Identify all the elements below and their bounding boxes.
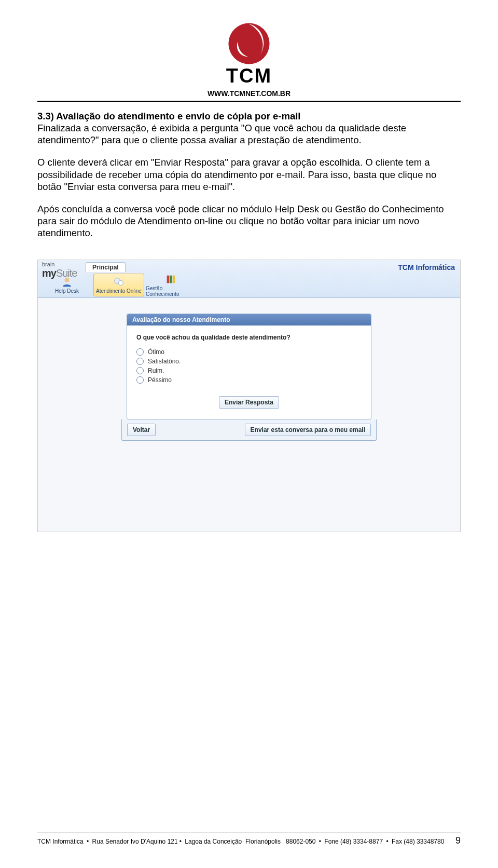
ribbon-help-desk[interactable]: Help Desk — [42, 274, 92, 296]
enviar-conversa-email-button[interactable]: Enviar esta conversa para o meu email — [245, 424, 371, 436]
option-otimo[interactable]: Ótimo — [136, 348, 362, 356]
radio-icon — [136, 358, 144, 365]
svg-point-2 — [64, 278, 69, 282]
ribbon-label: Help Desk — [55, 288, 79, 294]
ribbon-gestao-conhecimento[interactable]: Gestão Conhecimento — [145, 274, 196, 296]
header-divider — [37, 101, 461, 102]
footer-address: Rua Senador Ivo D'Aquino 121 — [92, 838, 178, 845]
tab-principal[interactable]: Principal — [86, 262, 126, 272]
option-pessimo[interactable]: Péssimo — [136, 376, 362, 384]
option-ruim[interactable]: Ruim. — [136, 367, 362, 374]
enviar-resposta-button[interactable]: Enviar Resposta — [219, 396, 279, 409]
footer-city: Florianópolis — [245, 838, 281, 845]
svg-rect-7 — [173, 275, 175, 283]
option-label: Ótimo — [148, 348, 164, 356]
tcm-logo-text: TCM — [226, 65, 272, 87]
footer-zip: 88062-050 — [286, 838, 315, 845]
svg-rect-6 — [170, 275, 172, 283]
ribbon-label: Atendimento Online — [96, 288, 142, 294]
dialog-title: Avaliação do nosso Atendimento — [127, 314, 371, 326]
app-screenshot: brain mySuite Principal TCM Informática … — [37, 260, 461, 532]
brand-tcm-right: TCM Informática — [398, 263, 455, 272]
page-number: 9 — [455, 835, 461, 846]
evaluation-question: O que você achou da qualidade deste aten… — [136, 334, 362, 341]
tcm-logo: TCM — [220, 15, 278, 87]
footer-district: Lagoa da Conceição — [185, 838, 242, 845]
option-label: Ruim. — [148, 367, 164, 374]
option-satisfatorio[interactable]: Satisfatório. — [136, 358, 362, 365]
chat-bubbles-icon — [113, 276, 125, 288]
footer-divider — [37, 833, 461, 833]
svg-point-4 — [118, 280, 123, 285]
paragraph-1: Finalizada a conversação, é exibida a pe… — [37, 123, 406, 145]
radio-icon — [136, 367, 144, 374]
paragraph-2: O cliente deverá clicar em "Enviar Respo… — [37, 156, 461, 192]
help-desk-icon — [61, 276, 73, 288]
page-footer: TCM Informática • Rua Senador Ivo D'Aqui… — [37, 833, 461, 846]
footer-company: TCM Informática — [37, 838, 84, 845]
footer-phone: Fone (48) 3334-8877 — [324, 838, 383, 845]
brand-small: brain — [42, 261, 54, 267]
radio-icon — [136, 348, 144, 356]
svg-rect-5 — [167, 275, 170, 283]
ribbon-label: Gestão Conhecimento — [146, 286, 196, 297]
header-url: WWW.TCMNET.COM.BR — [208, 89, 290, 98]
dialog-bottom-bar: Voltar Enviar esta conversa para o meu e… — [121, 419, 377, 441]
option-label: Satisfatório. — [148, 358, 181, 365]
evaluation-dialog: Avaliação do nosso Atendimento O que voc… — [127, 314, 371, 419]
tcm-logo-mark-icon — [226, 20, 272, 67]
books-icon — [165, 274, 176, 285]
ribbon-atendimento-online[interactable]: Atendimento Online — [93, 274, 144, 296]
radio-icon — [136, 376, 144, 384]
voltar-button[interactable]: Voltar — [127, 424, 156, 436]
footer-fax: Fax (48) 33348780 — [392, 838, 444, 845]
option-label: Péssimo — [148, 376, 172, 384]
section-heading: 3.3) Avaliação do atendimento e envio de… — [37, 111, 301, 121]
paragraph-3: Após concluída a conversa você pode clic… — [37, 203, 461, 239]
